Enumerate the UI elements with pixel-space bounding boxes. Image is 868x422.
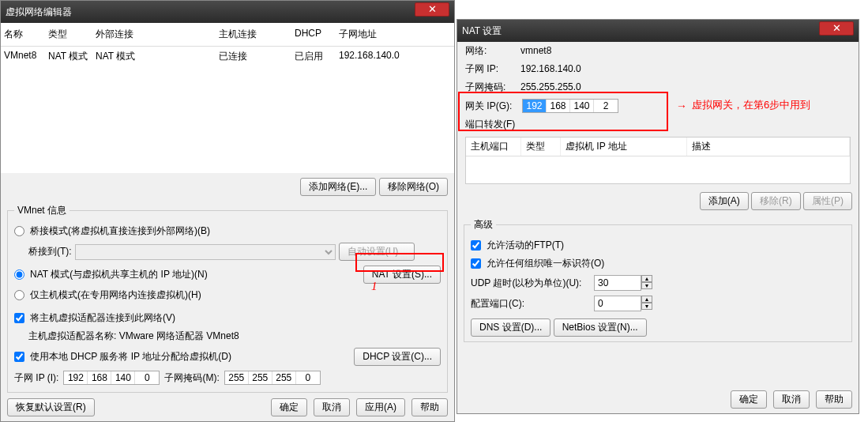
allow-ftp-checkbox[interactable]	[471, 240, 481, 251]
nat-radio[interactable]	[14, 269, 24, 280]
network-table-header: 名称 类型 外部连接 主机连接 DHCP 子网地址	[1, 23, 454, 47]
window-title: 虚拟网络编辑器	[6, 6, 449, 19]
port-forward-label: 端口转发(F)	[457, 115, 859, 134]
network-table-body[interactable]: VMnet8 NAT 模式 NAT 模式 已连接 已启用 192.168.140…	[1, 47, 454, 173]
col-subnet[interactable]: 子网地址	[336, 26, 454, 43]
remove-button[interactable]: 移除(R)	[751, 192, 801, 210]
close-icon[interactable]: ✕	[819, 21, 854, 36]
add-button[interactable]: 添加(A)	[700, 192, 749, 210]
col-type[interactable]: 类型	[45, 26, 92, 43]
apply-button[interactable]: 应用(A)	[356, 398, 405, 416]
annotation-label-1: 1	[371, 280, 378, 293]
host-only-radio[interactable]	[14, 290, 24, 300]
auto-settings-button[interactable]: 自动设置(U)...	[339, 243, 415, 261]
connect-adapter-checkbox[interactable]	[14, 313, 24, 323]
gateway-ip-label: 网关 IP(G):	[465, 100, 517, 113]
remove-network-button[interactable]: 移除网络(O)	[379, 178, 448, 196]
dhcp-settings-button[interactable]: DHCP 设置(C)...	[354, 348, 441, 366]
subnet-ip-input[interactable]: 1921681400	[63, 371, 160, 385]
col-dhcp[interactable]: DHCP	[291, 26, 336, 43]
ok-button[interactable]: 确定	[731, 390, 767, 409]
bridge-radio[interactable]	[14, 226, 24, 236]
restore-defaults-button[interactable]: 恢复默认设置(R)	[7, 398, 95, 416]
vmnet-info-group: VMnet 信息 桥接模式(将虚拟机直接连接到外部网络)(B) 桥接到(T): …	[7, 204, 448, 393]
use-dhcp-checkbox[interactable]	[14, 352, 24, 362]
properties-button[interactable]: 属性(P)	[803, 192, 852, 210]
titlebar[interactable]: NAT 设置 ✕	[457, 20, 859, 42]
dns-settings-button[interactable]: DNS 设置(D)...	[471, 318, 550, 337]
port-forward-table[interactable]: 主机端口 类型 虚拟机 IP 地址 描述	[465, 137, 851, 184]
table-row[interactable]: VMnet8 NAT 模式 NAT 模式 已连接 已启用 192.168.140…	[1, 47, 454, 66]
cancel-button[interactable]: 取消	[314, 398, 350, 416]
config-port-input[interactable]: ▲▼	[594, 296, 652, 311]
close-icon[interactable]: ✕	[415, 2, 449, 17]
help-button[interactable]: 帮助	[411, 398, 448, 416]
col-host[interactable]: 主机连接	[216, 26, 291, 43]
bridge-to-select[interactable]	[75, 244, 336, 260]
arrow-right-icon: →	[676, 100, 687, 112]
col-ext[interactable]: 外部连接	[92, 26, 216, 43]
vmnet-info-legend: VMnet 信息	[14, 204, 70, 217]
gateway-ip-input[interactable]: 1921681402	[522, 99, 618, 113]
subnet-mask-input[interactable]: 2552552550	[224, 371, 321, 385]
add-network-button[interactable]: 添加网络(E)...	[300, 178, 376, 196]
adapter-name-label: 主机虚拟适配器名称: VMware 网络适配器 VMnet8	[28, 330, 239, 343]
cancel-button[interactable]: 取消	[773, 390, 810, 409]
allow-org-id-checkbox[interactable]	[471, 258, 481, 269]
titlebar[interactable]: 虚拟网络编辑器 ✕	[1, 1, 454, 23]
annotation-label-2: 虚拟网关，在第6步中用到	[692, 98, 810, 112]
window-title: NAT 设置	[462, 24, 854, 38]
udp-timeout-input[interactable]: ▲▼	[594, 275, 652, 291]
virtual-network-editor-window: 虚拟网络编辑器 ✕ 名称 类型 外部连接 主机连接 DHCP 子网地址 VMne…	[0, 0, 455, 422]
nat-settings-window: NAT 设置 ✕ 网络:vmnet8 子网 IP:192.168.140.0 子…	[457, 19, 859, 414]
col-name[interactable]: 名称	[1, 26, 45, 43]
ok-button[interactable]: 确定	[271, 398, 307, 416]
netbios-settings-button[interactable]: NetBios 设置(N)...	[554, 318, 647, 337]
help-button[interactable]: 帮助	[816, 390, 852, 409]
advanced-group: 高级 允许活动的FTP(T) 允许任何组织唯一标识符(O) UDP 超时(以秒为…	[464, 218, 852, 342]
